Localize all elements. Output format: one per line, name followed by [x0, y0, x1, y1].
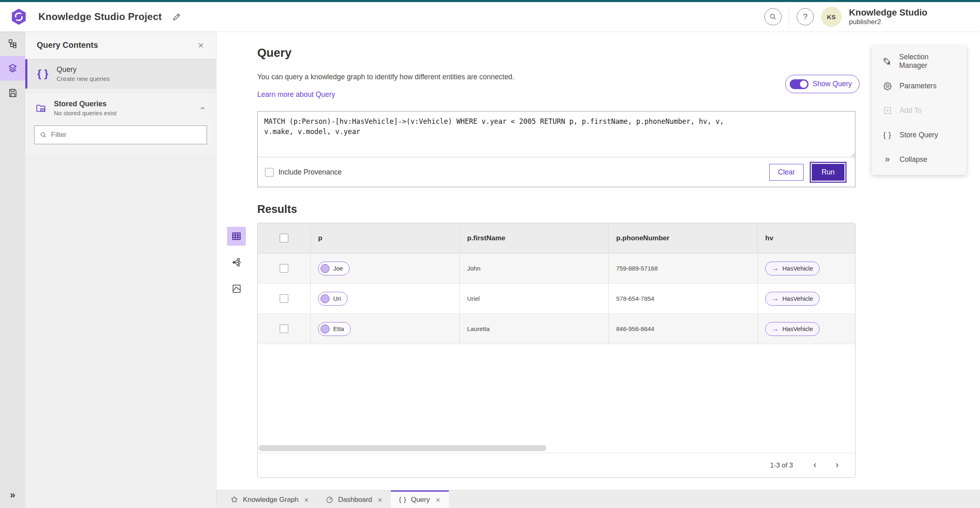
rail-layers-button[interactable]	[0, 56, 25, 81]
stored-queries-section: Stored Queries No stored queries exist	[25, 92, 216, 153]
show-query-label: Show Query	[813, 80, 852, 88]
table-footer: 1-3 of 3	[258, 453, 855, 477]
search-button[interactable]	[764, 8, 782, 25]
row-checkbox[interactable]	[280, 324, 288, 333]
filter-box	[34, 125, 207, 144]
double-chevron-right-icon: »	[10, 489, 15, 501]
avatar[interactable]: KS	[821, 7, 842, 27]
column-header-firstname[interactable]: p.firstName	[460, 223, 609, 253]
gear-icon	[882, 81, 892, 91]
tab-close-button[interactable]	[304, 497, 309, 503]
add-to-label: Add To	[900, 106, 922, 115]
entity-pill-label: Joe	[333, 265, 343, 272]
entity-cell: Joe	[311, 253, 460, 283]
table-body: Joe John 759-889-57168 →HasVehicle Uri U…	[258, 253, 855, 344]
filter-search-icon	[40, 131, 47, 139]
app-bar: Knowledge Studio Project ? KS Knowledge …	[0, 2, 980, 31]
chevron-right-icon	[833, 462, 840, 469]
entity-pill[interactable]: Etta	[318, 322, 351, 336]
chevron-up-icon[interactable]	[199, 105, 206, 112]
entity-pill[interactable]: Joe	[318, 262, 350, 275]
rail-save-button[interactable]	[0, 81, 25, 105]
chevron-left-icon	[812, 462, 819, 469]
selection-manager-icon	[882, 57, 892, 66]
table-view-button[interactable]	[227, 227, 246, 246]
map-icon	[232, 284, 242, 294]
previous-page-button[interactable]	[812, 462, 819, 469]
parameters-label: Parameters	[900, 82, 936, 90]
next-page-button[interactable]	[833, 462, 840, 469]
phonenumber-cell: 846-956-8644	[609, 314, 758, 344]
add-to-button[interactable]: Add To	[872, 98, 967, 123]
help-button[interactable]: ?	[797, 8, 814, 25]
results-view-toolbar	[227, 227, 246, 298]
column-header-hv[interactable]: hv	[758, 223, 855, 253]
tab-close-button[interactable]	[377, 497, 383, 503]
arrow-right-icon: →	[772, 325, 779, 333]
braces-icon: { }	[37, 67, 48, 80]
column-header-phonenumber[interactable]: p.phoneNumber	[609, 223, 758, 253]
phonenumber-cell: 759-889-57168	[609, 253, 758, 283]
rail-data-model-button[interactable]	[0, 31, 25, 56]
firstname-cell: John	[460, 253, 609, 283]
tab-dashboard[interactable]: Dashboard	[317, 490, 391, 508]
arrow-right-icon: →	[772, 295, 779, 303]
relationship-pill[interactable]: →HasVehicle	[765, 322, 820, 336]
expand-panel-button[interactable]: »	[0, 486, 25, 504]
relationship-cell: →HasVehicle	[758, 284, 855, 313]
store-query-button[interactable]: { } Store Query	[872, 123, 967, 147]
toggle-switch-icon	[790, 79, 808, 89]
entity-pill[interactable]: Uri	[318, 292, 347, 306]
link-chart-view-button[interactable]	[227, 253, 246, 272]
project-title: Knowledge Studio Project	[38, 11, 162, 22]
close-panel-button[interactable]	[197, 42, 205, 49]
select-all-checkbox[interactable]	[280, 234, 288, 242]
tab-query[interactable]: { } Query	[391, 490, 448, 508]
relationship-pill[interactable]: →HasVehicle	[765, 292, 820, 306]
run-button[interactable]: Run	[812, 164, 844, 181]
query-item-description: Create new queries	[56, 75, 109, 82]
app-bar-right: ? KS Knowledge Studio publisher2	[764, 5, 970, 29]
show-query-toggle[interactable]: Show Query	[785, 75, 860, 93]
header-checkbox-cell	[258, 223, 311, 253]
query-editor[interactable]: MATCH (p:Person)-[hv:HasVehicle]->(v:Veh…	[258, 112, 855, 157]
close-icon	[197, 42, 205, 49]
table-row[interactable]: Joe John 759-889-57168 →HasVehicle	[258, 253, 855, 284]
tab-close-button[interactable]	[435, 497, 441, 503]
query-tools-panel: Selection Manager Parameters Add To { } …	[872, 46, 967, 175]
selection-manager-button[interactable]: Selection Manager	[872, 49, 967, 74]
table-row[interactable]: Etta Lauretta 846-956-8644 →HasVehicle	[258, 314, 855, 344]
learn-more-link[interactable]: Learn more about Query	[257, 90, 335, 99]
relationship-pill-label: HasVehicle	[782, 325, 813, 332]
parameters-button[interactable]: Parameters	[872, 74, 967, 98]
query-list-item[interactable]: { } Query Create new queries	[25, 59, 216, 89]
entity-cell: Uri	[311, 284, 460, 313]
clear-button[interactable]: Clear	[769, 164, 804, 181]
stored-queries-header[interactable]: Stored Queries No stored queries exist	[25, 92, 216, 119]
relationship-pill[interactable]: →HasVehicle	[765, 262, 820, 275]
tab-knowledge-graph[interactable]: Knowledge Graph	[222, 490, 317, 508]
query-contents-panel: Query Contents { } Query Create new quer…	[25, 31, 216, 508]
horizontal-scrollbar[interactable]	[258, 445, 546, 451]
pencil-icon	[172, 11, 182, 22]
include-provenance-label: Include Provenance	[278, 168, 342, 177]
tab-label: Dashboard	[338, 496, 372, 504]
account-name: Knowledge Studio	[849, 8, 927, 18]
include-provenance-checkbox[interactable]	[265, 168, 274, 177]
column-header-p[interactable]: p	[311, 223, 460, 253]
question-mark-icon: ?	[803, 12, 808, 21]
firstname-cell: Lauretta	[460, 314, 609, 344]
collapse-button[interactable]: » Collapse	[872, 147, 967, 172]
table-row[interactable]: Uri Uriel 578-654-7854 →HasVehicle	[258, 284, 855, 314]
store-query-label: Store Query	[900, 131, 938, 139]
selection-manager-label: Selection Manager	[899, 53, 956, 70]
add-to-icon	[882, 106, 892, 115]
filter-input[interactable]	[51, 131, 202, 139]
row-checkbox[interactable]	[280, 264, 288, 273]
row-checkbox[interactable]	[280, 294, 288, 303]
relationship-cell: →HasVehicle	[758, 314, 855, 344]
stored-queries-description: No stored queries exist	[54, 110, 116, 116]
edit-title-button[interactable]	[172, 11, 182, 22]
account-info[interactable]: Knowledge Studio publisher2	[849, 8, 927, 26]
map-view-button[interactable]	[227, 279, 246, 298]
